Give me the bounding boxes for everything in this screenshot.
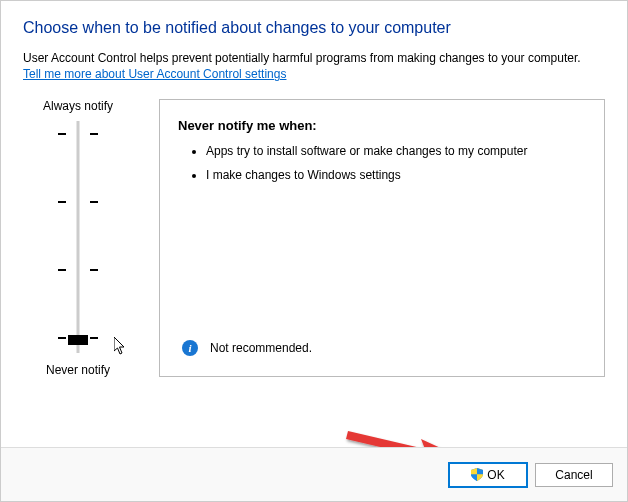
ok-button[interactable]: OK bbox=[449, 463, 527, 487]
cursor-icon bbox=[114, 337, 130, 357]
slider-bottom-label: Never notify bbox=[46, 363, 110, 377]
slider-top-label: Always notify bbox=[43, 99, 113, 113]
cancel-button-label: Cancel bbox=[555, 468, 592, 482]
info-panel: Never notify me when: Apps try to instal… bbox=[159, 99, 605, 377]
description: User Account Control helps prevent poten… bbox=[23, 51, 605, 65]
info-bullet: I make changes to Windows settings bbox=[206, 167, 586, 183]
info-bullet: Apps try to install software or make cha… bbox=[206, 143, 586, 159]
slider-tick bbox=[58, 133, 98, 135]
slider-tick bbox=[58, 269, 98, 271]
slider-tick bbox=[58, 201, 98, 203]
learn-more-link[interactable]: Tell me more about User Account Control … bbox=[23, 67, 286, 81]
recommendation-text: Not recommended. bbox=[210, 341, 312, 355]
info-icon: i bbox=[182, 340, 198, 356]
ok-button-label: OK bbox=[487, 468, 504, 482]
dialog-footer: OK Cancel bbox=[1, 447, 627, 501]
info-heading: Never notify me when: bbox=[178, 118, 586, 133]
shield-icon bbox=[471, 468, 483, 481]
uac-slider[interactable]: Always notify Never notify bbox=[23, 99, 133, 377]
cancel-button[interactable]: Cancel bbox=[535, 463, 613, 487]
slider-track bbox=[77, 121, 80, 353]
slider-thumb[interactable] bbox=[68, 335, 88, 345]
page-title: Choose when to be notified about changes… bbox=[23, 19, 605, 37]
